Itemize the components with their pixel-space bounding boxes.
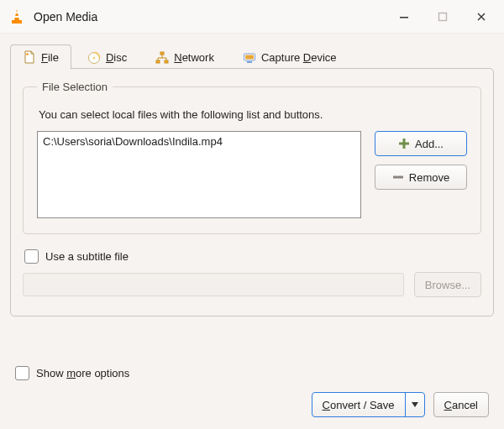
more-options-row: Show more options — [15, 366, 489, 380]
file-selection-help: You can select local files with the foll… — [39, 108, 467, 121]
vlc-cone-icon — [8, 8, 25, 25]
minus-icon — [392, 171, 404, 183]
svg-rect-9 — [156, 60, 160, 63]
tab-page-file: File Selection You can select local file… — [10, 68, 494, 317]
subtitle-browse-row: Browse... — [23, 272, 481, 297]
file-selection-group: File Selection You can select local file… — [23, 81, 481, 234]
cancel-button[interactable]: Cancel — [433, 392, 489, 417]
convert-save-dropdown[interactable] — [406, 393, 424, 416]
tab-label: File — [41, 51, 59, 64]
subtitle-checkbox-label: Use a subtitle file — [45, 250, 129, 263]
browse-button: Browse... — [414, 272, 481, 297]
svg-rect-16 — [393, 176, 403, 179]
tab-label: Disc — [106, 51, 127, 64]
tab-label: Capture Device — [261, 51, 337, 64]
cancel-button-label: Cancel — [444, 399, 478, 411]
browse-button-label: Browse... — [425, 279, 470, 291]
capture-icon — [243, 51, 256, 65]
svg-rect-10 — [165, 60, 168, 63]
more-options-label: Show more options — [36, 367, 129, 379]
disc-icon — [87, 51, 101, 65]
tab-capture-device[interactable]: Capture Device — [230, 44, 349, 70]
plus-icon — [398, 138, 410, 149]
file-icon — [23, 50, 36, 64]
svg-point-7 — [92, 56, 95, 59]
chevron-down-icon — [412, 402, 418, 407]
svg-rect-4 — [439, 13, 447, 20]
convert-save-split-button: Convert / Save — [312, 392, 425, 417]
add-button-label: Add... — [415, 138, 444, 150]
tab-network[interactable]: Network — [143, 44, 227, 70]
action-row: Convert / Save Cancel — [15, 392, 489, 417]
svg-point-5 — [26, 53, 29, 55]
subtitle-checkbox[interactable] — [24, 249, 39, 264]
svg-rect-3 — [400, 17, 408, 18]
svg-rect-2 — [14, 16, 18, 18]
minimize-button[interactable] — [385, 0, 423, 34]
convert-save-label: Convert / Save — [323, 399, 395, 411]
maximize-button[interactable] — [423, 0, 462, 34]
titlebar: Open Media — [0, 0, 504, 34]
subtitle-path-input — [23, 273, 404, 296]
tab-bar: File Disc Network Capture Device — [10, 42, 494, 69]
close-button[interactable] — [462, 0, 501, 34]
remove-button-label: Remove — [409, 171, 449, 184]
svg-rect-15 — [399, 143, 409, 145]
file-list-item[interactable]: C:\Users\soria\Downloads\Indila.mp4 — [43, 135, 355, 148]
more-options-checkbox[interactable] — [15, 366, 29, 380]
svg-rect-12 — [245, 55, 254, 59]
tab-file[interactable]: File — [10, 44, 71, 70]
remove-button[interactable]: Remove — [375, 165, 467, 190]
svg-rect-1 — [15, 12, 18, 13]
content: File Disc Network Capture Device File Se… — [0, 34, 504, 317]
svg-rect-13 — [247, 61, 252, 63]
file-list[interactable]: C:\Users\soria\Downloads\Indila.mp4 — [37, 131, 361, 218]
add-button[interactable]: Add... — [375, 131, 467, 156]
svg-rect-8 — [160, 52, 164, 55]
file-selection-legend: File Selection — [37, 81, 113, 93]
tab-label: Network — [174, 51, 214, 64]
tab-disc[interactable]: Disc — [75, 44, 139, 70]
convert-save-button[interactable]: Convert / Save — [312, 393, 406, 416]
footer: Show more options Convert / Save Cancel — [0, 366, 504, 417]
subtitle-row: Use a subtitle file — [24, 249, 481, 264]
window-title: Open Media — [34, 10, 97, 24]
network-icon — [155, 51, 169, 65]
svg-rect-0 — [12, 20, 22, 24]
